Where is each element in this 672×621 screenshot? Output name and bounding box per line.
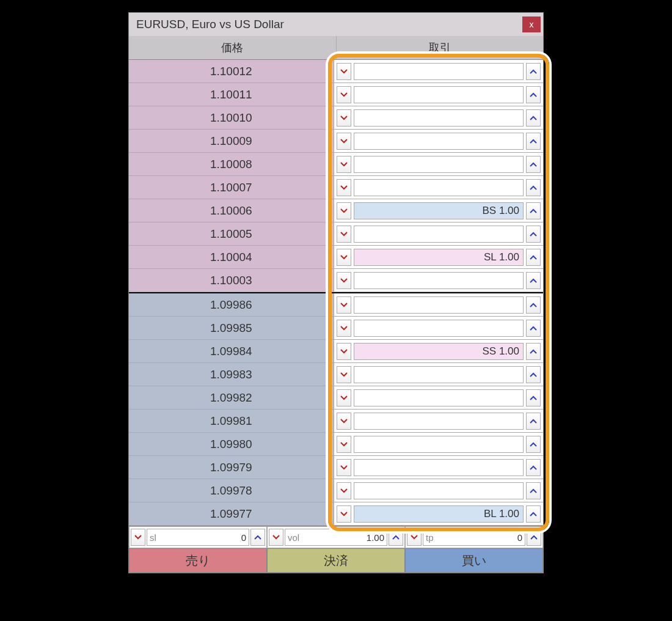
buy-at-price-button[interactable] xyxy=(526,202,541,219)
order-box[interactable] xyxy=(354,109,524,127)
buy-at-price-button[interactable] xyxy=(526,482,541,499)
price-cell[interactable]: 1.10008 xyxy=(129,153,334,175)
sl-input[interactable]: sl 0 xyxy=(147,529,249,546)
sl-increment-button[interactable] xyxy=(250,529,265,546)
price-cell[interactable]: 1.10005 xyxy=(129,222,334,245)
price-cell[interactable]: 1.09984 xyxy=(129,340,334,362)
close-all-button[interactable]: 決済 xyxy=(267,548,405,573)
buy-at-price-button[interactable] xyxy=(526,320,541,337)
trade-cell xyxy=(334,363,544,386)
buy-at-price-button[interactable] xyxy=(526,296,541,314)
buy-at-price-button[interactable] xyxy=(526,179,541,196)
price-cell[interactable]: 1.10012 xyxy=(129,60,334,83)
sell-at-price-button[interactable] xyxy=(337,86,351,103)
price-cell[interactable]: 1.10004 xyxy=(129,246,334,268)
sell-at-price-button[interactable] xyxy=(337,272,351,289)
order-box[interactable] xyxy=(354,413,524,430)
order-box[interactable] xyxy=(354,296,524,314)
buy-at-price-button[interactable] xyxy=(526,86,541,103)
price-cell[interactable]: 1.09981 xyxy=(129,410,334,432)
sell-at-price-button[interactable] xyxy=(337,226,351,243)
order-box[interactable] xyxy=(354,459,524,476)
order-box[interactable]: BL 1.00 xyxy=(354,505,524,523)
buy-at-price-button[interactable] xyxy=(526,459,541,476)
price-cell[interactable]: 1.09985 xyxy=(129,317,334,339)
price-cell[interactable]: 1.10009 xyxy=(129,130,334,152)
vol-stepper[interactable]: vol 1.00 xyxy=(267,526,405,548)
sell-at-price-button[interactable] xyxy=(337,109,351,127)
order-box[interactable] xyxy=(354,63,524,80)
buy-at-price-button[interactable] xyxy=(526,366,541,383)
order-box[interactable] xyxy=(354,482,524,499)
order-box[interactable] xyxy=(354,389,524,406)
order-box[interactable] xyxy=(354,156,524,173)
sell-at-price-button[interactable] xyxy=(337,63,351,80)
trade-cell xyxy=(334,293,544,316)
sell-at-price-button[interactable] xyxy=(337,436,351,453)
order-box[interactable]: BS 1.00 xyxy=(354,202,524,219)
order-box[interactable]: SS 1.00 xyxy=(354,343,524,360)
order-box[interactable] xyxy=(354,133,524,150)
sell-at-price-button[interactable] xyxy=(337,505,351,523)
buy-at-price-button[interactable] xyxy=(526,436,541,453)
sell-at-price-button[interactable] xyxy=(337,343,351,360)
price-cell[interactable]: 1.10006 xyxy=(129,199,334,222)
buy-at-price-button[interactable] xyxy=(526,63,541,80)
ladder-row: 1.09980 xyxy=(129,433,543,456)
order-box[interactable] xyxy=(354,226,524,243)
tp-input[interactable]: tp 0 xyxy=(423,529,525,546)
tp-increment-button[interactable] xyxy=(527,529,541,546)
sell-at-price-button[interactable] xyxy=(337,249,351,266)
tp-decrement-button[interactable] xyxy=(407,529,422,546)
buy-at-price-button[interactable] xyxy=(526,109,541,127)
vol-decrement-button[interactable] xyxy=(269,529,283,546)
buy-at-price-button[interactable] xyxy=(526,389,541,406)
sell-at-price-button[interactable] xyxy=(337,179,351,196)
sell-at-price-button[interactable] xyxy=(337,202,351,219)
sl-decrement-button[interactable] xyxy=(131,529,145,546)
sell-at-price-button[interactable] xyxy=(337,459,351,476)
tp-stepper[interactable]: tp 0 xyxy=(405,526,543,548)
price-cell[interactable]: 1.10010 xyxy=(129,106,334,129)
price-cell[interactable]: 1.09982 xyxy=(129,386,334,409)
price-cell[interactable]: 1.10003 xyxy=(129,269,334,292)
order-box[interactable] xyxy=(354,436,524,453)
price-cell[interactable]: 1.09980 xyxy=(129,433,334,455)
buy-at-price-button[interactable] xyxy=(526,133,541,150)
buy-button[interactable]: 買い xyxy=(405,548,543,573)
buy-at-price-button[interactable] xyxy=(526,343,541,360)
sell-at-price-button[interactable] xyxy=(337,482,351,499)
ladder-row: 1.09986 xyxy=(129,293,543,317)
vol-input[interactable]: vol 1.00 xyxy=(285,529,387,546)
buy-at-price-button[interactable] xyxy=(526,505,541,523)
price-cell[interactable]: 1.09983 xyxy=(129,363,334,386)
sl-stepper[interactable]: sl 0 xyxy=(129,526,267,548)
price-cell[interactable]: 1.09977 xyxy=(129,502,334,525)
order-box[interactable] xyxy=(354,366,524,383)
price-cell[interactable]: 1.09979 xyxy=(129,456,334,479)
sell-at-price-button[interactable] xyxy=(337,156,351,173)
price-cell[interactable]: 1.10007 xyxy=(129,176,334,199)
sell-at-price-button[interactable] xyxy=(337,133,351,150)
buy-at-price-button[interactable] xyxy=(526,226,541,243)
price-cell[interactable]: 1.09986 xyxy=(129,293,334,316)
buy-at-price-button[interactable] xyxy=(526,272,541,289)
price-cell[interactable]: 1.10011 xyxy=(129,83,334,106)
sell-at-price-button[interactable] xyxy=(337,296,351,314)
order-box[interactable] xyxy=(354,86,524,103)
price-cell[interactable]: 1.09978 xyxy=(129,479,334,502)
buy-at-price-button[interactable] xyxy=(526,249,541,266)
order-box[interactable] xyxy=(354,272,524,289)
order-box[interactable]: SL 1.00 xyxy=(354,249,524,266)
sell-button[interactable]: 売り xyxy=(129,548,267,573)
order-box[interactable] xyxy=(354,320,524,337)
sell-at-price-button[interactable] xyxy=(337,366,351,383)
vol-increment-button[interactable] xyxy=(389,529,403,546)
buy-at-price-button[interactable] xyxy=(526,413,541,430)
close-button[interactable]: x xyxy=(522,17,541,32)
sell-at-price-button[interactable] xyxy=(337,320,351,337)
sell-at-price-button[interactable] xyxy=(337,413,351,430)
sell-at-price-button[interactable] xyxy=(337,389,351,406)
buy-at-price-button[interactable] xyxy=(526,156,541,173)
order-box[interactable] xyxy=(354,179,524,196)
